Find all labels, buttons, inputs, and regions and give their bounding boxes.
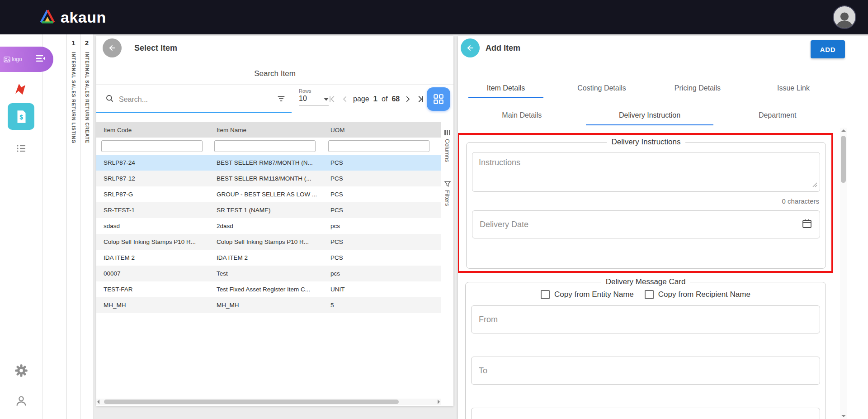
last-page-icon[interactable] xyxy=(416,95,425,104)
profile-person-icon[interactable] xyxy=(15,395,28,409)
scroll-right-icon[interactable] xyxy=(438,400,440,404)
table-row[interactable]: 00007 Test pcs xyxy=(96,266,441,281)
cell-item-name: Colop Self Inking Stamps P10 R... xyxy=(209,238,323,245)
table-row[interactable]: SRLP87-G GROUP - BEST SELLER AS LOW ... … xyxy=(96,186,441,202)
grid-view-button[interactable] xyxy=(427,87,450,111)
to-input[interactable] xyxy=(479,366,812,376)
tab-department[interactable]: Department xyxy=(713,105,841,125)
tab-item-details[interactable]: Item Details xyxy=(458,78,554,98)
message-field-cutoff xyxy=(471,408,820,419)
brand-name: akaun xyxy=(61,9,106,26)
copy-recipient-checkbox[interactable] xyxy=(645,290,654,299)
tab-pricing-details[interactable]: Pricing Details xyxy=(650,78,745,98)
vertical-scrollbar[interactable] xyxy=(840,128,847,419)
total-pages: 68 xyxy=(392,95,400,103)
workspace-tab-listing[interactable]: 1 INTERNAL SALES RETURN LISTING xyxy=(66,34,80,419)
copy-recipient-label: Copy from Recipient Name xyxy=(658,290,750,299)
table-side-rail: Columns Filters xyxy=(441,122,453,394)
workspace-tab-number: 1 xyxy=(71,39,75,47)
cell-item-code: IDA ITEM 2 xyxy=(96,254,209,261)
table-row[interactable]: SR-TEST-1 SR TEST 1 (NAME) PCS xyxy=(96,202,441,218)
table-row[interactable]: TEST-FAR Test Fixed Asset Register Item … xyxy=(96,281,441,297)
filters-rail-button[interactable]: Filters xyxy=(444,181,451,206)
search-item-label: Search Item xyxy=(96,69,453,78)
settings-gear-icon[interactable] xyxy=(14,364,28,379)
table-filter-row xyxy=(96,138,441,155)
prev-page-icon[interactable] xyxy=(341,95,349,104)
cell-item-code: 00007 xyxy=(96,270,209,277)
horizontal-scrollbar[interactable] xyxy=(96,399,441,405)
table-row[interactable]: IDA ITEM 2 IDA ITEM 2 PCS xyxy=(96,250,441,266)
cell-item-name: BEST SELLER RM87/MONTH (N... xyxy=(209,159,323,166)
back-button[interactable] xyxy=(103,38,122,57)
cell-uom: PCS xyxy=(323,175,441,182)
table-row[interactable]: sdasd 2dasd pcs xyxy=(96,218,441,234)
table-row[interactable]: SRLP87-24 BEST SELLER RM87/MONTH (N... P… xyxy=(96,155,441,171)
sidebar: $ xyxy=(0,34,42,419)
cell-uom: pcs xyxy=(323,223,441,229)
cell-uom: pcs xyxy=(323,270,441,277)
tab-costing-details[interactable]: Costing Details xyxy=(554,78,650,98)
cell-uom: PCS xyxy=(323,207,441,214)
filter-input-uom[interactable] xyxy=(328,140,429,152)
tab-issue-link[interactable]: Issue Link xyxy=(745,78,841,98)
sidebar-collapse-chip[interactable]: logo xyxy=(0,47,53,72)
list-menu-icon[interactable] xyxy=(15,143,28,156)
sales-doc-icon[interactable]: $ xyxy=(8,103,34,130)
workspace-tab-label: INTERNAL SALES RETURN CREATE xyxy=(85,52,90,143)
scrollbar-thumb[interactable] xyxy=(841,136,846,183)
col-header-uom: UOM xyxy=(323,127,441,133)
pdf-app-icon[interactable] xyxy=(12,82,28,98)
search-input[interactable] xyxy=(119,95,272,104)
first-page-icon[interactable] xyxy=(328,95,337,104)
table-body: SRLP87-24 BEST SELLER RM87/MONTH (N... P… xyxy=(96,155,441,313)
scroll-up-icon[interactable] xyxy=(841,129,846,132)
filter-list-icon[interactable] xyxy=(276,94,286,105)
copy-recipient-option[interactable]: Copy from Recipient Name xyxy=(645,290,750,299)
delivery-date-input[interactable] xyxy=(480,220,802,229)
calendar-icon[interactable] xyxy=(802,218,812,231)
search-field xyxy=(96,87,292,113)
cell-uom: PCS xyxy=(323,159,441,166)
add-item-panel: Add Item ADD Item Details Costing Detail… xyxy=(458,36,868,419)
from-input[interactable] xyxy=(479,315,812,324)
scroll-left-icon[interactable] xyxy=(97,400,99,404)
table-row[interactable]: SRLP87-12 BEST SELLER RM118/MONTH (... P… xyxy=(96,171,441,186)
topbar: akaun xyxy=(0,0,868,34)
resize-handle-icon[interactable] xyxy=(812,181,817,189)
next-page-icon[interactable] xyxy=(404,95,412,104)
table-row[interactable]: Colop Self Inking Stamps P10 R... Colop … xyxy=(96,234,441,250)
brand: akaun xyxy=(39,9,106,26)
cell-uom: PCS xyxy=(323,254,441,261)
message-input[interactable] xyxy=(479,417,812,419)
tab-main-details[interactable]: Main Details xyxy=(458,105,586,125)
filter-input-item-code[interactable] xyxy=(101,140,203,152)
cell-item-code: TEST-FAR xyxy=(96,286,209,293)
tab-delivery-instruction[interactable]: Delivery Instruction xyxy=(586,105,714,125)
workspace-tab-create[interactable]: 2 INTERNAL SALES RETURN CREATE xyxy=(80,34,94,419)
cell-item-code: SR-TEST-1 xyxy=(96,207,209,214)
columns-icon xyxy=(444,129,450,136)
detail-tabs: Item Details Costing Details Pricing Det… xyxy=(458,78,841,98)
rows-per-page[interactable]: Rows 10 xyxy=(299,88,329,105)
instructions-textarea[interactable] xyxy=(472,152,820,192)
select-item-header: Select Item Search Item xyxy=(96,36,453,85)
columns-rail-button[interactable]: Columns xyxy=(444,129,451,162)
user-avatar[interactable] xyxy=(833,5,856,29)
main-area: $ xyxy=(0,34,868,419)
scroll-down-icon[interactable] xyxy=(841,415,846,417)
copy-entity-checkbox[interactable] xyxy=(541,290,550,299)
cell-item-code: SRLP87-G xyxy=(96,191,209,198)
table-header: Item Code Item Name UOM xyxy=(96,122,441,138)
copy-entity-option[interactable]: Copy from Entity Name xyxy=(541,290,634,299)
delivery-date-field xyxy=(472,210,820,238)
back-button[interactable] xyxy=(461,38,480,57)
cell-item-name: SR TEST 1 (NAME) xyxy=(209,207,323,214)
copy-options-row: Copy from Entity Name Copy from Recipien… xyxy=(471,290,820,299)
scrollbar-thumb[interactable] xyxy=(104,400,399,404)
broken-logo-image: logo xyxy=(4,56,22,62)
cell-item-name: Test Fixed Asset Register Item C... xyxy=(209,286,323,293)
add-button[interactable]: ADD xyxy=(811,40,845,58)
table-row[interactable]: MH_MH MH_MH 5 xyxy=(96,297,441,313)
filter-input-item-name[interactable] xyxy=(214,140,316,152)
